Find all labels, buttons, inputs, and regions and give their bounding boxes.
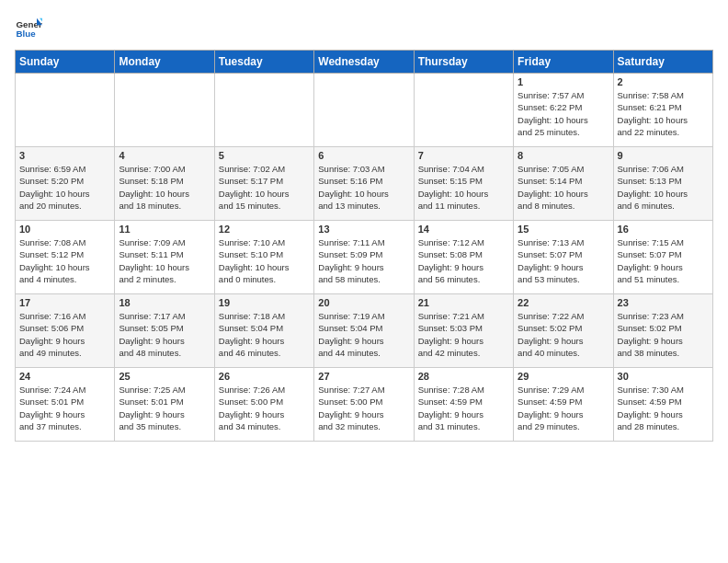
day-info: Sunrise: 7:16 AM Sunset: 5:06 PM Dayligh… [19,310,110,359]
day-number: 18 [119,297,210,308]
logo-icon: General Blue [15,15,42,42]
day-number: 25 [119,371,210,382]
calendar-cell [414,74,513,147]
day-number: 16 [618,224,709,235]
calendar-cell: 7Sunrise: 7:04 AM Sunset: 5:15 PM Daylig… [414,147,513,221]
day-number: 28 [418,371,509,382]
day-number: 26 [219,371,310,382]
day-info: Sunrise: 7:11 AM Sunset: 5:09 PM Dayligh… [318,236,409,285]
day-number: 9 [618,150,709,161]
calendar-cell: 3Sunrise: 6:59 AM Sunset: 5:20 PM Daylig… [16,147,115,221]
day-info: Sunrise: 7:57 AM Sunset: 6:22 PM Dayligh… [518,89,609,138]
day-number: 20 [318,297,409,308]
calendar-cell: 20Sunrise: 7:19 AM Sunset: 5:04 PM Dayli… [314,294,414,368]
day-info: Sunrise: 7:03 AM Sunset: 5:16 PM Dayligh… [318,163,409,212]
day-info: Sunrise: 7:10 AM Sunset: 5:10 PM Dayligh… [219,236,310,285]
day-number: 30 [618,371,709,382]
calendar-cell: 6Sunrise: 7:03 AM Sunset: 5:16 PM Daylig… [314,147,414,221]
day-info: Sunrise: 7:13 AM Sunset: 5:07 PM Dayligh… [518,236,609,285]
calendar-week-row: 3Sunrise: 6:59 AM Sunset: 5:20 PM Daylig… [16,147,713,221]
day-info: Sunrise: 7:18 AM Sunset: 5:04 PM Dayligh… [219,310,310,359]
calendar-cell [115,74,214,147]
day-number: 7 [418,150,509,161]
calendar-week-row: 1Sunrise: 7:57 AM Sunset: 6:22 PM Daylig… [16,74,713,147]
day-number: 17 [19,297,110,308]
day-info: Sunrise: 7:09 AM Sunset: 5:11 PM Dayligh… [119,236,210,285]
day-info: Sunrise: 7:27 AM Sunset: 5:00 PM Dayligh… [318,384,409,432]
day-number: 2 [618,76,709,87]
day-number: 8 [518,150,609,161]
day-number: 23 [618,297,709,308]
calendar-header-sunday: Sunday [16,51,115,74]
day-number: 12 [219,224,310,235]
calendar-header-monday: Monday [115,51,214,74]
day-info: Sunrise: 6:59 AM Sunset: 5:20 PM Dayligh… [19,163,110,212]
day-number: 29 [518,371,609,382]
day-number: 4 [119,150,210,161]
day-info: Sunrise: 7:12 AM Sunset: 5:08 PM Dayligh… [418,236,509,285]
calendar-cell [214,74,313,147]
day-number: 15 [518,224,609,235]
calendar-cell: 10Sunrise: 7:08 AM Sunset: 5:12 PM Dayli… [16,221,115,294]
calendar-cell: 30Sunrise: 7:30 AM Sunset: 4:59 PM Dayli… [613,368,712,442]
calendar-week-row: 10Sunrise: 7:08 AM Sunset: 5:12 PM Dayli… [16,221,713,294]
calendar-week-row: 17Sunrise: 7:16 AM Sunset: 5:06 PM Dayli… [16,294,713,368]
calendar-cell: 28Sunrise: 7:28 AM Sunset: 4:59 PM Dayli… [414,368,513,442]
calendar-cell: 12Sunrise: 7:10 AM Sunset: 5:10 PM Dayli… [214,221,313,294]
calendar-table: SundayMondayTuesdayWednesdayThursdayFrid… [15,50,713,442]
calendar-cell: 16Sunrise: 7:15 AM Sunset: 5:07 PM Dayli… [613,221,712,294]
calendar-cell: 29Sunrise: 7:29 AM Sunset: 4:59 PM Dayli… [514,368,613,442]
day-info: Sunrise: 7:05 AM Sunset: 5:14 PM Dayligh… [518,163,609,212]
logo: General Blue [15,15,42,42]
calendar-cell: 8Sunrise: 7:05 AM Sunset: 5:14 PM Daylig… [514,147,613,221]
calendar-cell [314,74,414,147]
day-info: Sunrise: 7:29 AM Sunset: 4:59 PM Dayligh… [518,384,609,432]
day-info: Sunrise: 7:00 AM Sunset: 5:18 PM Dayligh… [119,163,210,212]
day-info: Sunrise: 7:21 AM Sunset: 5:03 PM Dayligh… [418,310,509,359]
day-info: Sunrise: 7:17 AM Sunset: 5:05 PM Dayligh… [119,310,210,359]
calendar-cell: 11Sunrise: 7:09 AM Sunset: 5:11 PM Dayli… [115,221,214,294]
calendar-cell: 17Sunrise: 7:16 AM Sunset: 5:06 PM Dayli… [16,294,115,368]
day-info: Sunrise: 7:58 AM Sunset: 6:21 PM Dayligh… [618,89,709,138]
day-info: Sunrise: 7:28 AM Sunset: 4:59 PM Dayligh… [418,384,509,432]
day-info: Sunrise: 7:22 AM Sunset: 5:02 PM Dayligh… [518,310,609,359]
calendar-cell: 5Sunrise: 7:02 AM Sunset: 5:17 PM Daylig… [214,147,313,221]
calendar-cell: 18Sunrise: 7:17 AM Sunset: 5:05 PM Dayli… [115,294,214,368]
day-number: 5 [219,150,310,161]
calendar-cell: 25Sunrise: 7:25 AM Sunset: 5:01 PM Dayli… [115,368,214,442]
calendar-cell: 19Sunrise: 7:18 AM Sunset: 5:04 PM Dayli… [214,294,313,368]
day-number: 27 [318,371,409,382]
day-number: 1 [518,76,609,87]
calendar-cell: 23Sunrise: 7:23 AM Sunset: 5:02 PM Dayli… [613,294,712,368]
day-number: 13 [318,224,409,235]
calendar-header-friday: Friday [514,51,613,74]
day-number: 21 [418,297,509,308]
page-header: General Blue [15,15,713,42]
calendar-header-tuesday: Tuesday [214,51,313,74]
day-number: 3 [19,150,110,161]
calendar-cell: 15Sunrise: 7:13 AM Sunset: 5:07 PM Dayli… [514,221,613,294]
calendar-header-row: SundayMondayTuesdayWednesdayThursdayFrid… [16,51,713,74]
svg-text:Blue: Blue [17,29,37,39]
calendar-cell: 2Sunrise: 7:58 AM Sunset: 6:21 PM Daylig… [613,74,712,147]
day-info: Sunrise: 7:04 AM Sunset: 5:15 PM Dayligh… [418,163,509,212]
calendar-cell: 4Sunrise: 7:00 AM Sunset: 5:18 PM Daylig… [115,147,214,221]
day-info: Sunrise: 7:06 AM Sunset: 5:13 PM Dayligh… [618,163,709,212]
calendar-cell: 14Sunrise: 7:12 AM Sunset: 5:08 PM Dayli… [414,221,513,294]
calendar-cell [16,74,115,147]
day-info: Sunrise: 7:25 AM Sunset: 5:01 PM Dayligh… [119,384,210,432]
day-info: Sunrise: 7:02 AM Sunset: 5:17 PM Dayligh… [219,163,310,212]
calendar-header-saturday: Saturday [613,51,712,74]
day-number: 11 [119,224,210,235]
day-info: Sunrise: 7:23 AM Sunset: 5:02 PM Dayligh… [618,310,709,359]
calendar-header-thursday: Thursday [414,51,513,74]
calendar-cell: 26Sunrise: 7:26 AM Sunset: 5:00 PM Dayli… [214,368,313,442]
calendar-cell: 13Sunrise: 7:11 AM Sunset: 5:09 PM Dayli… [314,221,414,294]
day-info: Sunrise: 7:08 AM Sunset: 5:12 PM Dayligh… [19,236,110,285]
day-info: Sunrise: 7:30 AM Sunset: 4:59 PM Dayligh… [618,384,709,432]
calendar-week-row: 24Sunrise: 7:24 AM Sunset: 5:01 PM Dayli… [16,368,713,442]
day-number: 14 [418,224,509,235]
day-number: 19 [219,297,310,308]
day-info: Sunrise: 7:24 AM Sunset: 5:01 PM Dayligh… [19,384,110,432]
calendar-cell: 9Sunrise: 7:06 AM Sunset: 5:13 PM Daylig… [613,147,712,221]
